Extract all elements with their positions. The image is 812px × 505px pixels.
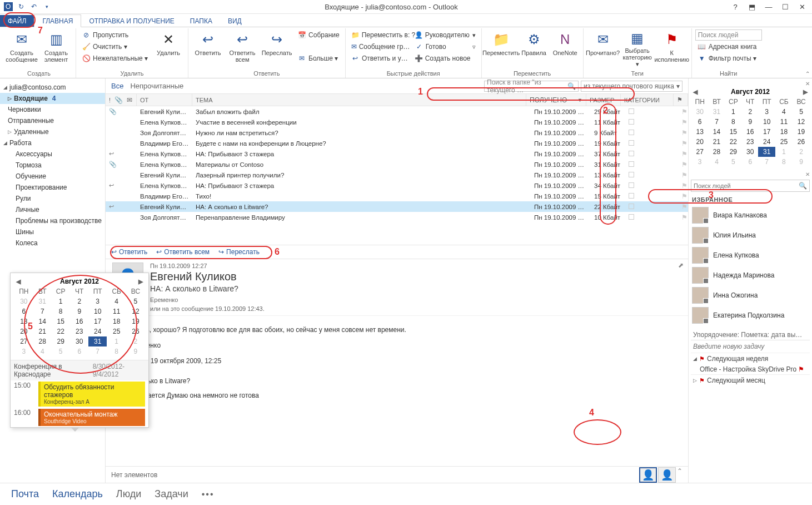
- peek-prev[interactable]: ◀: [16, 278, 21, 285]
- people-pane-close-icon[interactable]: ✕: [691, 171, 810, 177]
- message-row[interactable]: ↩ Елена Купкова… НА: Прибывают 3 стажера…: [106, 148, 688, 159]
- cal-next[interactable]: ▶: [803, 88, 808, 96]
- popout-icon[interactable]: ⬈: [678, 261, 684, 269]
- folder-wheels2[interactable]: Колеса: [0, 237, 105, 249]
- favorite-contact[interactable]: Елена Купкова: [691, 245, 810, 265]
- undo-icon[interactable]: ↶: [29, 2, 39, 12]
- folder-brakes[interactable]: Тормоза: [0, 160, 105, 171]
- delete-button[interactable]: ✕Удалить: [152, 29, 185, 67]
- favorite-contact[interactable]: Надежда Маринова: [691, 265, 810, 285]
- folder-design[interactable]: Проектирование: [0, 182, 105, 193]
- folder-work[interactable]: ◢Работа: [0, 137, 105, 148]
- help-button[interactable]: ?: [728, 1, 743, 12]
- move-button[interactable]: 📁Переместить: [485, 29, 517, 67]
- message-row[interactable]: Владимир Егоров Будете с нами на конфере…: [106, 138, 688, 148]
- folder-issues[interactable]: Проблемы на производстве: [0, 215, 105, 226]
- account-node[interactable]: ◢julia@contoso.com: [0, 82, 105, 93]
- folder-drafts[interactable]: Черновики: [0, 104, 105, 115]
- reply-button[interactable]: ↩Ответить: [192, 29, 224, 67]
- minimize-button[interactable]: —: [761, 1, 776, 12]
- favorite-contact[interactable]: Инна Ожогина: [691, 285, 810, 305]
- task-group-next-month[interactable]: ▷⚑Следующий месяц: [691, 374, 810, 386]
- message-row[interactable]: 📎 Евгений Куликов Забыл вложить файл Пн …: [106, 106, 688, 117]
- ribbon-collapse-icon[interactable]: ⌃: [805, 71, 810, 77]
- people-card-1[interactable]: 👤: [639, 467, 657, 483]
- folder-accessories[interactable]: Аксессуары: [0, 148, 105, 160]
- new-task-input[interactable]: [691, 340, 810, 353]
- cleanup-button[interactable]: 🧹Очистить ▾: [79, 41, 150, 52]
- rules-button[interactable]: ⚙Правила: [520, 29, 549, 67]
- new-item-button[interactable]: ▥Создать элемент: [40, 29, 72, 67]
- col-subject[interactable]: ТЕМА: [192, 94, 526, 106]
- col-size[interactable]: РАЗМЕР: [586, 94, 621, 106]
- folder-deleted[interactable]: ▷Удаленные: [0, 126, 105, 137]
- message-row[interactable]: ↩ Евгений Куликов НА: А сколько в Litwar…: [106, 201, 688, 212]
- folder-wheels[interactable]: Рули: [0, 193, 105, 204]
- tab-file[interactable]: ФАЙЛ: [0, 15, 34, 27]
- rp-forward-button[interactable]: ↪Переслать: [218, 248, 260, 256]
- qs-reply-delete[interactable]: ↩Ответить и у…: [349, 53, 410, 64]
- qs-done[interactable]: ✓Готово: [412, 41, 468, 52]
- ribbon-min-button[interactable]: ⬒: [744, 1, 760, 12]
- tab-home[interactable]: ГЛАВНАЯ: [34, 14, 81, 27]
- message-row[interactable]: ↩ Елена Купкова… НА: Прибывают 3 стажера…: [106, 180, 688, 191]
- nav-calendar[interactable]: Календарь: [52, 488, 103, 500]
- forward-button[interactable]: ↪Переслать: [261, 29, 293, 67]
- address-book-button[interactable]: 📖Адресная книга: [695, 41, 762, 52]
- todo-close-icon[interactable]: ✕: [691, 81, 810, 87]
- task-item[interactable]: Office - Настройка SkyDrive Pro ⚑: [691, 364, 810, 374]
- favorite-contact[interactable]: Юлия Ильина: [691, 225, 810, 245]
- read-unread-button[interactable]: ✉Прочитано?: [587, 29, 619, 67]
- folder-tires[interactable]: Шины: [0, 226, 105, 237]
- message-row[interactable]: Евгений Куликов Лазерный принтер получил…: [106, 170, 688, 180]
- folder-sent[interactable]: Отправленные: [0, 115, 105, 126]
- search-people-ribbon[interactable]: Поиск людей: [695, 29, 762, 41]
- filter-unread[interactable]: Непрочитанные: [130, 82, 183, 90]
- reply-all-button[interactable]: ↩Ответить всем: [226, 29, 258, 67]
- col-flag[interactable]: ⚑: [674, 94, 688, 106]
- rp-reply-button[interactable]: ↩Ответить: [111, 248, 147, 256]
- tab-folder[interactable]: ПАПКА: [182, 15, 220, 27]
- people-card-2[interactable]: 👤: [658, 467, 676, 483]
- close-button[interactable]: ✕: [794, 1, 810, 12]
- qs-create-new[interactable]: ➕Создать новое: [412, 53, 468, 64]
- onenote-button[interactable]: NOneNote: [551, 29, 580, 67]
- tasks-sort[interactable]: Упорядочение: Пометка: дата вы…: [691, 330, 810, 340]
- nav-mail[interactable]: Почта: [11, 488, 39, 500]
- message-row[interactable]: Владимир Егоров Тихо! Пн 19.10.2009 12… …: [106, 191, 688, 201]
- peek-event-1[interactable]: 15:00Обсудить обязанности стажеровКонфер…: [11, 380, 148, 408]
- search-scope-dropdown[interactable]: из текущего почтового ящика▾: [581, 81, 683, 92]
- col-from[interactable]: ОТ: [137, 94, 192, 106]
- people-expand-icon[interactable]: ⌃: [677, 467, 683, 475]
- followup-button[interactable]: ⚑К исполнению: [656, 29, 688, 67]
- more-reply-button[interactable]: ✉Больше ▾: [295, 53, 342, 64]
- ignore-button[interactable]: ⊘Пропустить: [79, 29, 150, 41]
- col-icons[interactable]: ! 📎 ✉: [106, 94, 137, 106]
- rp-reply-all-button[interactable]: ↩Ответить всем: [156, 248, 210, 256]
- message-row[interactable]: Зоя Долгопятова Нужно ли нам встретиться…: [106, 127, 688, 138]
- folder-training[interactable]: Обучение: [0, 171, 105, 182]
- qs-to-manager[interactable]: 👤Руководителю: [412, 29, 468, 41]
- cal-prev[interactable]: ◀: [693, 88, 698, 96]
- tab-view[interactable]: ВИД: [220, 15, 250, 27]
- qs-expand[interactable]: ▿: [470, 41, 478, 52]
- task-group-next-week[interactable]: ◢⚑Следующая неделя: [691, 353, 810, 364]
- tab-send-receive[interactable]: ОТПРАВКА И ПОЛУЧЕНИЕ: [81, 15, 182, 27]
- send-receive-icon[interactable]: ↻: [16, 2, 26, 12]
- filter-mail-button[interactable]: ▼Фильтр почты ▾: [695, 53, 762, 64]
- qs-email-group[interactable]: ✉Сообщение гр…: [349, 41, 410, 52]
- filter-all[interactable]: Все: [111, 82, 123, 90]
- peek-event-2[interactable]: 16:00Окончательный монтажSouthridge Vide…: [11, 408, 148, 427]
- new-message-button[interactable]: ✉Создать сообщение: [6, 29, 38, 67]
- search-input[interactable]: Поиск в папке "из текущего …🔍: [484, 81, 579, 92]
- nav-people[interactable]: Люди: [116, 488, 141, 500]
- qs-move-to[interactable]: 📁Переместить в: ?: [349, 29, 410, 41]
- qat-dropdown-icon[interactable]: ▾: [42, 2, 52, 12]
- peek-next[interactable]: ▶: [138, 278, 143, 285]
- col-categories[interactable]: КАТЕГОРИИ: [621, 94, 674, 106]
- maximize-button[interactable]: ☐: [778, 1, 793, 12]
- message-row[interactable]: Зоя Долгопятова Перенаправление Владимир…: [106, 212, 688, 222]
- qs-more[interactable]: ▾: [470, 29, 478, 41]
- message-row[interactable]: Елена Купкова… Участие в весенней конфер…: [106, 117, 688, 127]
- favorite-contact[interactable]: Екатерина Подколзина: [691, 305, 810, 325]
